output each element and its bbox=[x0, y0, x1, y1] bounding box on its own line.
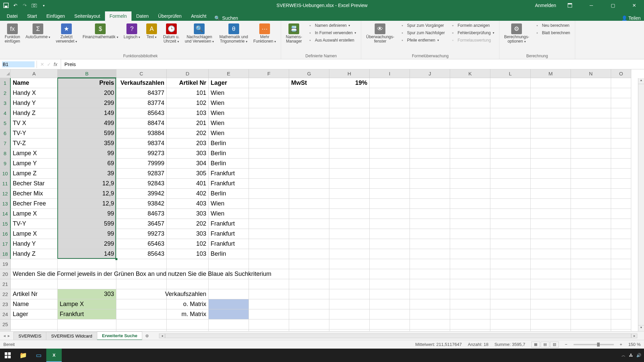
ueberwachung[interactable]: 👁Überwachungs-fenster bbox=[364, 22, 396, 45]
cell-I3[interactable] bbox=[370, 98, 410, 108]
cell-E22[interactable] bbox=[209, 289, 249, 299]
cell-G25[interactable] bbox=[289, 319, 329, 329]
cell-K20[interactable] bbox=[450, 269, 490, 279]
row-header[interactable]: 11 bbox=[0, 179, 11, 189]
cell-C14[interactable]: 84673 bbox=[116, 209, 167, 219]
cell-M20[interactable] bbox=[531, 269, 571, 279]
cell-J24[interactable] bbox=[410, 309, 450, 319]
cell-A24[interactable]: Lager bbox=[11, 309, 58, 319]
row-header[interactable]: 8 bbox=[0, 148, 11, 159]
cell-N23[interactable] bbox=[571, 299, 611, 309]
cell-F11[interactable] bbox=[249, 179, 289, 189]
cell-L23[interactable] bbox=[490, 299, 531, 309]
cell-D25[interactable] bbox=[167, 319, 209, 329]
cell-B18[interactable]: 149 bbox=[58, 249, 116, 259]
minimize-icon[interactable]: ─ bbox=[584, 0, 599, 11]
cell-A12[interactable]: Becher Mix bbox=[11, 189, 58, 199]
cell-F7[interactable] bbox=[249, 138, 289, 148]
cell-K16[interactable] bbox=[450, 229, 490, 239]
cell-G5[interactable] bbox=[289, 118, 329, 128]
cell-I26[interactable] bbox=[370, 329, 410, 331]
cell-I16[interactable] bbox=[370, 229, 410, 239]
row-header[interactable]: 13 bbox=[0, 199, 11, 209]
cell-J9[interactable] bbox=[410, 159, 450, 169]
tab-einfügen[interactable]: Einfügen bbox=[42, 11, 69, 21]
cell-N2[interactable] bbox=[571, 88, 611, 98]
cell-G6[interactable] bbox=[289, 128, 329, 138]
cell-B25[interactable] bbox=[58, 319, 116, 329]
view-normal-icon[interactable]: ▦ bbox=[531, 342, 540, 348]
cell-M2[interactable] bbox=[531, 88, 571, 98]
cell-A19[interactable] bbox=[11, 259, 58, 269]
cell-O1[interactable] bbox=[611, 78, 631, 88]
cell-N8[interactable] bbox=[571, 148, 611, 159]
cell-E4[interactable]: Wien bbox=[209, 108, 249, 118]
cell-G13[interactable] bbox=[289, 199, 329, 209]
cell-D16[interactable]: 303 bbox=[167, 229, 209, 239]
tab-überprüfen[interactable]: Überprüfen bbox=[153, 11, 186, 21]
row-header[interactable]: 22 bbox=[0, 289, 11, 299]
row-header[interactable]: 7 bbox=[0, 138, 11, 148]
tray-sound-icon[interactable]: 🔊 bbox=[636, 353, 641, 358]
col-header-M[interactable]: M bbox=[531, 69, 571, 78]
cell-C7[interactable]: 98374 bbox=[116, 138, 167, 148]
cell-D17[interactable]: 102 bbox=[167, 239, 209, 249]
cell-L5[interactable] bbox=[490, 118, 531, 128]
cell-F15[interactable] bbox=[249, 219, 289, 229]
cell-N26[interactable] bbox=[571, 329, 611, 331]
cell-E19[interactable] bbox=[209, 259, 249, 269]
finanz[interactable]: $Finanzmathematik ▾ bbox=[80, 22, 120, 41]
cell-G9[interactable] bbox=[289, 159, 329, 169]
cell-L3[interactable] bbox=[490, 98, 531, 108]
cell-M18[interactable] bbox=[531, 249, 571, 259]
cell-A25[interactable] bbox=[11, 319, 58, 329]
cell-B21[interactable] bbox=[58, 279, 116, 289]
cell-C15[interactable]: 36457 bbox=[116, 219, 167, 229]
cell-O21[interactable] bbox=[611, 279, 631, 289]
cell-G14[interactable] bbox=[289, 209, 329, 219]
tab-start[interactable]: Start bbox=[22, 11, 42, 21]
cell-A8[interactable]: Lampe X bbox=[11, 148, 58, 159]
tell-me-search[interactable]: 🔍 Suchen bbox=[211, 15, 241, 21]
neu-berech[interactable]: ▫Neu berechnen bbox=[533, 22, 572, 29]
cell-E21[interactable] bbox=[209, 279, 249, 289]
cell-B11[interactable]: 12,9 bbox=[58, 179, 116, 189]
blatt-berech[interactable]: ▫Blatt berechnen bbox=[533, 29, 572, 36]
cell-G24[interactable] bbox=[289, 309, 329, 319]
cell-N21[interactable] bbox=[571, 279, 611, 289]
col-header-B[interactable]: B bbox=[58, 69, 116, 78]
col-header-K[interactable]: K bbox=[450, 69, 490, 78]
cell-D18[interactable]: 103 bbox=[167, 249, 209, 259]
cell-A13[interactable]: Becher Free bbox=[11, 199, 58, 209]
cell-M9[interactable] bbox=[531, 159, 571, 169]
cell-D19[interactable] bbox=[167, 259, 209, 269]
col-header-C[interactable]: C bbox=[116, 69, 167, 78]
cell-K21[interactable] bbox=[450, 279, 490, 289]
cell-M10[interactable] bbox=[531, 169, 571, 179]
ribbon-display-icon[interactable] bbox=[562, 0, 578, 11]
cell-K22[interactable] bbox=[450, 289, 490, 299]
cell-K2[interactable] bbox=[450, 88, 490, 98]
cell-N18[interactable] bbox=[571, 249, 611, 259]
cell-D21[interactable] bbox=[167, 279, 209, 289]
cell-B13[interactable]: 12,9 bbox=[58, 199, 116, 209]
cell-E10[interactable]: Frankfurt bbox=[209, 169, 249, 179]
cell-C9[interactable]: 79999 bbox=[116, 159, 167, 169]
cell-B2[interactable]: 200 bbox=[58, 88, 116, 98]
cell-F26[interactable] bbox=[249, 329, 289, 331]
zoom-in-icon[interactable]: + bbox=[620, 342, 623, 347]
cell-C21[interactable] bbox=[116, 279, 167, 289]
cell-M3[interactable] bbox=[531, 98, 571, 108]
cell-B15[interactable]: 599 bbox=[58, 219, 116, 229]
redo-icon[interactable]: ↷ bbox=[22, 3, 28, 8]
row-header[interactable]: 10 bbox=[0, 169, 11, 179]
cell-N4[interactable] bbox=[571, 108, 611, 118]
cell-B1[interactable]: Preis bbox=[58, 78, 116, 88]
cell-H14[interactable] bbox=[329, 209, 370, 219]
cell-C2[interactable]: 84377 bbox=[116, 88, 167, 98]
cell-N5[interactable] bbox=[571, 118, 611, 128]
cell-K9[interactable] bbox=[450, 159, 490, 169]
cell-H12[interactable] bbox=[329, 189, 370, 199]
row-header[interactable]: 14 bbox=[0, 209, 11, 219]
cell-F17[interactable] bbox=[249, 239, 289, 249]
